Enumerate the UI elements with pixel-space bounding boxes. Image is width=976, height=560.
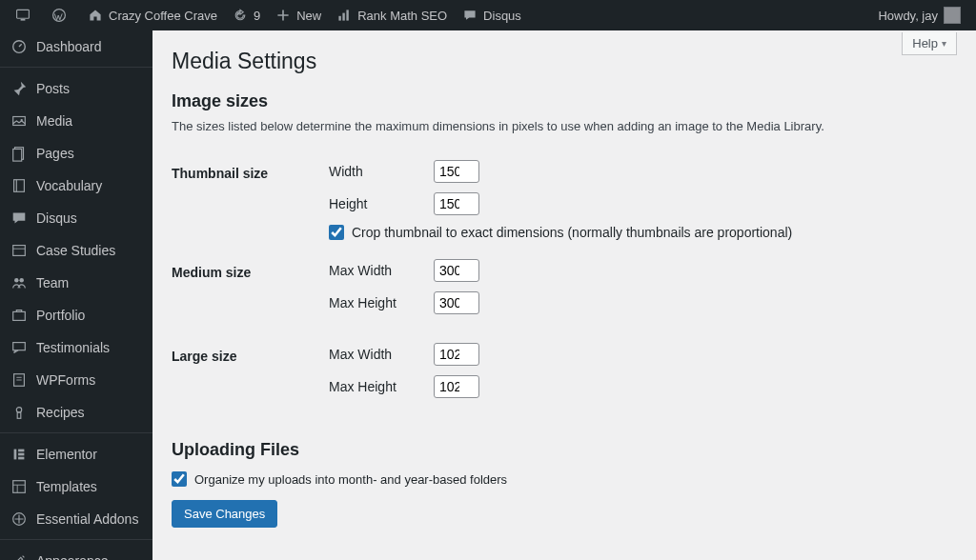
thumbnail-width-label: Width	[329, 164, 434, 179]
rankmath-label: Rank Math SEO	[357, 9, 447, 23]
update-icon	[233, 8, 248, 23]
elementor-icon	[10, 445, 29, 464]
sidebar-item-label: Testimonials	[36, 339, 110, 356]
svg-rect-10	[13, 150, 22, 162]
svg-point-22	[16, 408, 21, 412]
disqus-label: Disqus	[483, 9, 521, 23]
svg-rect-3	[339, 16, 341, 21]
medium-maxw-label: Max Width	[329, 263, 434, 278]
avatar	[944, 7, 961, 24]
section-uploading: Uploading Files	[172, 440, 957, 460]
thumbnail-crop-label: Crop thumbnail to exact dimensions (norm…	[352, 225, 792, 240]
sidebar-item-label: Posts	[36, 80, 70, 97]
sidebar-item-label: Portfolio	[36, 307, 85, 324]
form-table: Thumbnail size Width Height Crop thumbna…	[172, 150, 957, 417]
svg-rect-18	[13, 343, 26, 350]
sidebar-item-disqus[interactable]: Disqus	[0, 202, 152, 234]
sidebar-item-appearance[interactable]: Appearance	[0, 545, 152, 560]
menu-separator	[0, 63, 152, 68]
adminbar-site-name[interactable]: Crazy Coffee Crave	[80, 0, 225, 30]
adminbar-disqus[interactable]: Disqus	[455, 0, 529, 30]
medium-maxw-input[interactable]	[434, 259, 479, 282]
sidebar-item-label: Disqus	[36, 210, 77, 227]
sidebar-item-recipes[interactable]: Recipes	[0, 396, 152, 429]
book-icon	[10, 176, 29, 195]
new-label: New	[296, 9, 321, 23]
sidebar-item-vocabulary[interactable]: Vocabulary	[0, 170, 152, 202]
sidebar-item-label: Appearance	[36, 552, 109, 560]
svg-rect-25	[18, 450, 24, 452]
screen-icon	[15, 8, 30, 23]
adminbar-account[interactable]: Howdy, jay	[870, 0, 968, 30]
sidebar-item-portfolio[interactable]: Portfolio	[0, 299, 152, 331]
sidebar-item-label: Elementor	[36, 446, 97, 463]
svg-rect-17	[13, 311, 26, 320]
sidebar-item-label: Pages	[36, 145, 74, 162]
sidebar-item-posts[interactable]: Posts	[0, 72, 152, 105]
medium-row-label: Medium size	[172, 250, 329, 333]
svg-rect-0	[17, 10, 30, 18]
site-name-label: Crazy Coffee Crave	[109, 9, 217, 23]
medium-maxh-label: Max Height	[329, 295, 434, 310]
organize-uploads-checkbox[interactable]	[172, 471, 187, 487]
sidebar-item-casestudies[interactable]: Case Studies	[0, 234, 152, 267]
home-icon	[88, 8, 103, 23]
sidebar-item-label: Essential Addons	[36, 510, 138, 528]
image-sizes-desc: The sizes listed below determine the max…	[172, 119, 957, 133]
plus-icon	[275, 8, 291, 23]
addons-icon	[10, 510, 29, 529]
adminbar-wp-logo[interactable]	[44, 0, 80, 30]
sidebar-item-essentialaddons[interactable]: Essential Addons	[0, 503, 152, 535]
organize-uploads-label: Organize my uploads into month- and year…	[194, 472, 507, 487]
admin-bar: Crazy Coffee Crave 9 New Rank Math SEO D…	[0, 0, 976, 30]
adminbar-about[interactable]	[8, 0, 44, 30]
content-wrap: Help ▾ Media Settings Image sizes The si…	[152, 30, 976, 560]
howdy-label: Howdy, jay	[878, 9, 938, 23]
wordpress-icon	[51, 8, 67, 23]
svg-rect-23	[17, 412, 21, 418]
sidebar-item-label: Team	[36, 274, 69, 291]
sidebar-item-wpforms[interactable]: WPForms	[0, 364, 152, 396]
save-button[interactable]: Save Changes	[172, 500, 277, 528]
people-icon	[10, 273, 29, 292]
menu-separator	[0, 535, 152, 540]
adminbar-updates[interactable]: 9	[225, 0, 268, 30]
thumbnail-crop-checkbox[interactable]	[329, 225, 344, 240]
page-icon	[10, 144, 29, 163]
large-maxh-input[interactable]	[434, 375, 479, 398]
svg-point-15	[14, 278, 18, 283]
pin-icon	[10, 79, 29, 98]
sidebar-item-label: Case Studies	[36, 242, 115, 259]
large-maxw-input[interactable]	[434, 343, 479, 366]
page-title: Media Settings	[172, 40, 957, 78]
sidebar-item-pages[interactable]: Pages	[0, 137, 152, 170]
svg-rect-24	[14, 450, 17, 460]
comment-icon	[462, 8, 478, 23]
dashboard-icon	[10, 37, 29, 56]
sidebar-item-media[interactable]: Media	[0, 105, 152, 137]
medium-maxh-input[interactable]	[434, 291, 479, 314]
cases-icon	[10, 241, 29, 260]
sidebar-item-templates[interactable]: Templates	[0, 470, 152, 503]
chevron-down-icon: ▾	[942, 38, 946, 49]
thumbnail-height-input[interactable]	[434, 192, 479, 215]
sidebar-item-dashboard[interactable]: Dashboard	[0, 30, 152, 63]
sidebar-item-label: WPForms	[36, 371, 95, 389]
sidebar-item-elementor[interactable]: Elementor	[0, 438, 152, 470]
help-label: Help	[912, 36, 938, 50]
svg-rect-11	[14, 180, 25, 192]
help-tab[interactable]: Help ▾	[902, 32, 957, 55]
menu-separator	[0, 429, 152, 433]
section-image-sizes: Image sizes	[172, 91, 957, 111]
svg-rect-5	[347, 10, 349, 20]
sidebar-item-label: Recipes	[36, 404, 85, 421]
adminbar-rankmath[interactable]: Rank Math SEO	[329, 0, 455, 30]
svg-point-16	[19, 278, 24, 283]
sidebar-item-testimonials[interactable]: Testimonials	[0, 331, 152, 364]
sidebar-item-team[interactable]: Team	[0, 267, 152, 299]
templates-icon	[10, 477, 29, 496]
admin-sidebar: DashboardPostsMediaPagesVocabularyDisqus…	[0, 30, 152, 560]
thumbnail-width-input[interactable]	[434, 160, 479, 183]
adminbar-new[interactable]: New	[268, 0, 329, 30]
sidebar-item-label: Dashboard	[36, 38, 102, 55]
